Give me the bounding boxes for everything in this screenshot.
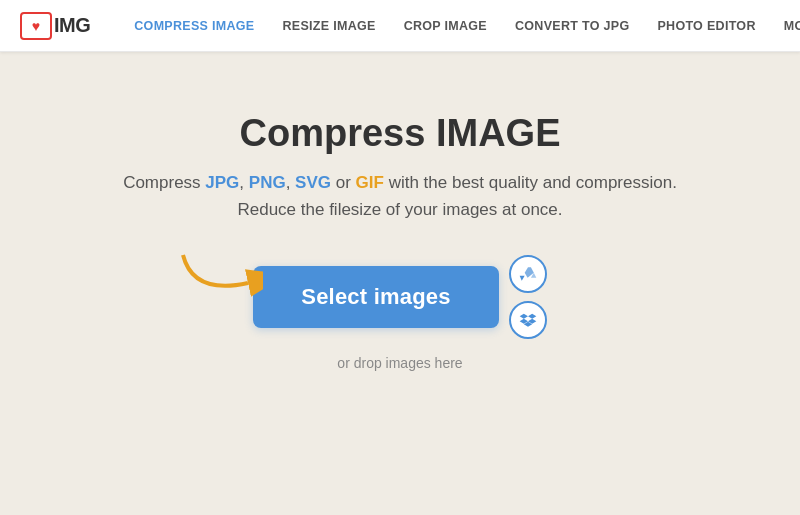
dropbox-button[interactable] — [509, 301, 547, 339]
dropbox-icon — [518, 310, 538, 330]
google-drive-icon — [518, 264, 538, 284]
logo-text: IMG — [54, 14, 90, 37]
page-description: Compress JPG, PNG, SVG or GIF with the b… — [123, 169, 677, 223]
desc-sep2: , — [286, 173, 295, 192]
main-content: Compress IMAGE Compress JPG, PNG, SVG or… — [0, 52, 800, 371]
drop-area[interactable]: Select images or drop images here — [253, 255, 546, 371]
format-png: PNG — [249, 173, 286, 192]
logo-icon: ♥ — [20, 12, 52, 40]
google-drive-button[interactable] — [509, 255, 547, 293]
header: ♥ IMG COMPRESS IMAGE RESIZE IMAGE CROP I… — [0, 0, 800, 52]
format-gif: GIF — [356, 173, 384, 192]
nav-convert-to-jpg[interactable]: CONVERT TO JPG — [501, 0, 643, 52]
desc-sep1: , — [239, 173, 248, 192]
arrow-container — [173, 245, 263, 309]
desc-or: or — [331, 173, 356, 192]
drop-text: or drop images here — [337, 355, 462, 371]
select-images-button[interactable]: Select images — [253, 266, 498, 328]
format-jpg: JPG — [205, 173, 239, 192]
desc-line2: Reduce the filesize of your images at on… — [237, 200, 562, 219]
arrow-icon — [173, 245, 263, 305]
nav-crop-image[interactable]: CROP IMAGE — [390, 0, 501, 52]
nav-photo-editor[interactable]: PHOTO EDITOR — [643, 0, 769, 52]
logo[interactable]: ♥ IMG — [20, 12, 90, 40]
nav-more-tools[interactable]: MORE TOOLS — [770, 0, 800, 52]
upload-area: Select images — [253, 255, 546, 339]
nav-resize-image[interactable]: RESIZE IMAGE — [268, 0, 389, 52]
logo-heart: ♥ — [32, 18, 40, 34]
format-svg: SVG — [295, 173, 331, 192]
desc-prefix: Compress — [123, 173, 205, 192]
main-nav: COMPRESS IMAGE RESIZE IMAGE CROP IMAGE C… — [120, 0, 800, 52]
nav-compress-image[interactable]: COMPRESS IMAGE — [120, 0, 268, 52]
upload-icons — [509, 255, 547, 339]
page-title: Compress IMAGE — [240, 112, 561, 155]
desc-end: with the best quality and compression. — [384, 173, 677, 192]
